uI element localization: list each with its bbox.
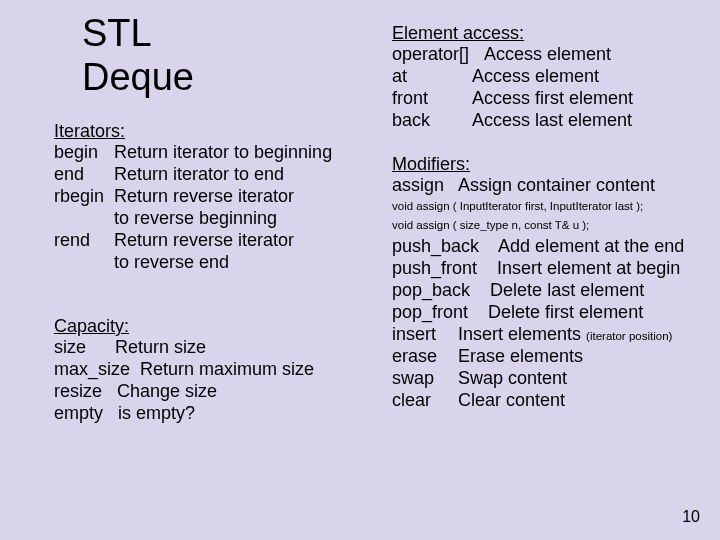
left-column: Iterators: begin Return iterator to begi… [54, 119, 374, 425]
term: max_size [54, 359, 130, 379]
right-column: Element access: operator[] Access elemen… [392, 21, 696, 425]
list-item: at Access element [392, 66, 696, 88]
term: empty [54, 403, 103, 423]
term: pop_front [392, 302, 468, 322]
term: front [392, 88, 472, 110]
desc: is empty? [118, 403, 195, 423]
term: back [392, 110, 472, 132]
list-item: front Access first element [392, 88, 696, 110]
title-line1: STL [82, 12, 152, 54]
iterators-list: begin Return iterator to beginning end R… [54, 142, 374, 274]
desc: Insert element at begin [497, 258, 680, 278]
desc: Access element [484, 44, 696, 66]
assign-signature-2: void assign ( size_type n, const T& u ); [392, 218, 696, 232]
desc: Erase elements [458, 346, 696, 368]
desc: Access element [472, 66, 696, 88]
list-item: pop_front Delete first element [392, 302, 696, 324]
list-item: swap Swap content [392, 368, 696, 390]
list-item: push_back Add element at the end [392, 236, 696, 258]
modifiers-heading: Modifiers: [392, 154, 696, 175]
list-item: rbegin Return reverse iterator [54, 186, 374, 208]
modifiers-list: assign Assign container content void ass… [392, 175, 696, 411]
term: rbegin [54, 186, 114, 208]
slide: STL Deque Iterators: begin Return iterat… [0, 0, 720, 540]
desc: Delete first element [488, 302, 643, 322]
list-item: clear Clear content [392, 390, 696, 412]
desc: Clear content [458, 390, 696, 412]
term: push_back [392, 236, 479, 256]
desc-note: (iterator position) [586, 330, 672, 342]
list-item: rend Return reverse iterator [54, 230, 374, 252]
page-number: 10 [682, 508, 700, 526]
desc: Return iterator to beginning [114, 142, 374, 164]
list-item: end Return iterator to end [54, 164, 374, 186]
term: assign [392, 175, 458, 197]
assign-signature-1: void assign ( InputIterator first, Input… [392, 199, 696, 213]
iterators-heading: Iterators: [54, 121, 374, 142]
list-item: pop_back Delete last element [392, 280, 696, 302]
desc: Return size [115, 337, 206, 357]
term: operator[] [392, 44, 484, 66]
desc: Return iterator to end [114, 164, 374, 186]
desc: Access first element [472, 88, 696, 110]
columns: Iterators: begin Return iterator to begi… [54, 119, 696, 425]
capacity-heading: Capacity: [54, 316, 374, 337]
list-item: to reverse end [54, 252, 374, 274]
list-item: begin Return iterator to beginning [54, 142, 374, 164]
title-line2: Deque [82, 56, 194, 98]
list-item: insert Insert elements (iterator positio… [392, 324, 696, 346]
desc: Add element at the end [498, 236, 684, 256]
capacity-list: size Return size max_size Return maximum… [54, 337, 374, 425]
desc: Return reverse iterator [114, 186, 374, 208]
term: end [54, 164, 114, 186]
term: swap [392, 368, 458, 390]
term: rend [54, 230, 114, 252]
term: begin [54, 142, 114, 164]
list-item: resize Change size [54, 381, 374, 403]
desc: to reverse end [114, 252, 374, 274]
list-item: size Return size [54, 337, 374, 359]
term: erase [392, 346, 458, 368]
desc: Insert elements (iterator position) [458, 324, 696, 346]
desc: Change size [117, 381, 217, 401]
term: push_front [392, 258, 477, 278]
desc: Return reverse iterator [114, 230, 374, 252]
list-item: max_size Return maximum size [54, 359, 374, 381]
term: size [54, 337, 110, 359]
desc: Return maximum size [140, 359, 314, 379]
element-access-list: operator[] Access element at Access elem… [392, 44, 696, 132]
list-item: erase Erase elements [392, 346, 696, 368]
term: clear [392, 390, 458, 412]
list-item: back Access last element [392, 110, 696, 132]
desc: Assign container content [458, 175, 696, 197]
desc: Access last element [472, 110, 696, 132]
element-access-heading: Element access: [392, 23, 696, 44]
list-item: push_front Insert element at begin [392, 258, 696, 280]
desc-text: Insert elements [458, 324, 581, 344]
term: at [392, 66, 472, 88]
desc: Swap content [458, 368, 696, 390]
list-item: empty is empty? [54, 403, 374, 425]
list-item: to reverse beginning [54, 208, 374, 230]
term: pop_back [392, 280, 470, 300]
term: resize [54, 381, 102, 401]
term: insert [392, 324, 458, 346]
desc: to reverse beginning [114, 208, 374, 230]
list-item: assign Assign container content [392, 175, 696, 197]
desc: Delete last element [490, 280, 644, 300]
list-item: operator[] Access element [392, 44, 696, 66]
